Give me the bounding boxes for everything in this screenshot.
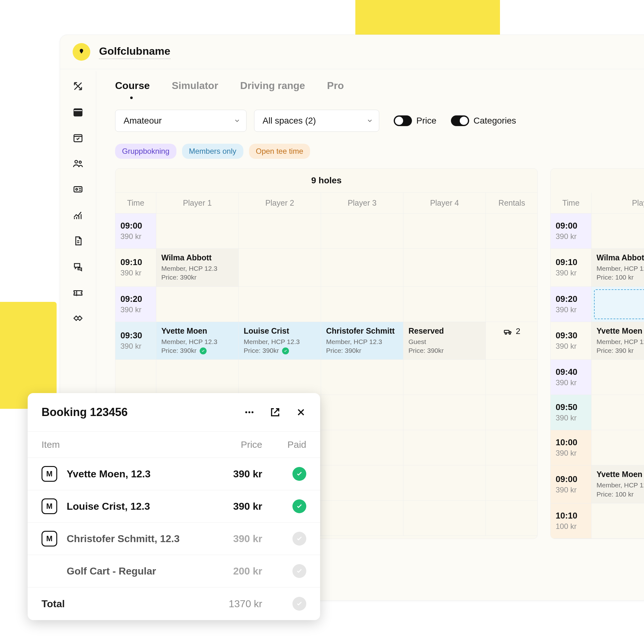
svg-point-7 [505, 333, 507, 334]
player-slot[interactable]: Yvette Moen Member, HCP 12.Price: 100 kr [591, 465, 644, 503]
level-select[interactable]: Amateour [115, 110, 247, 132]
booking-item-row[interactable]: M Yvette Moen, 12.3 390 kr [28, 458, 320, 490]
time-cell[interactable]: 09:50390 kr [551, 395, 591, 430]
player-slot[interactable]: Wilma Abbott Member, HCP 12.3Price: 390k… [156, 249, 239, 287]
time-cell[interactable]: 10:10100 kr [551, 503, 591, 539]
empty-slot[interactable] [239, 214, 321, 249]
empty-slot [239, 360, 321, 395]
handshake-icon[interactable] [72, 313, 84, 324]
player-name: Reserved [408, 326, 480, 336]
chip-open-tee[interactable]: Open tee time [249, 144, 310, 159]
empty-slot[interactable] [591, 360, 644, 395]
time-cell[interactable]: 09:00390 kr [115, 214, 156, 249]
player-slot[interactable]: Yvette Moen Member, HCP 12.3Price: 390kr [156, 322, 239, 360]
empty-slot[interactable] [591, 503, 644, 539]
header-p1: Player 1 [591, 193, 644, 214]
booking-item-row[interactable]: M Golf Cart - Regular 200 kr [28, 555, 320, 587]
tab-pro[interactable]: Pro [327, 80, 344, 93]
schedule-icon[interactable] [72, 132, 84, 143]
empty-slot[interactable] [321, 249, 403, 287]
rentals-cell[interactable] [486, 249, 538, 287]
time-cell[interactable]: 10:00390 kr [551, 430, 591, 465]
id-card-icon[interactable] [72, 184, 84, 195]
app-header: Golfclubname [60, 35, 644, 69]
tab-course[interactable]: Course [115, 80, 150, 93]
categories-toggle[interactable] [451, 115, 469, 126]
booking-item-name: Yvette Moen, 12.3 [67, 468, 206, 480]
header-time: Time [115, 193, 156, 214]
booking-title: Booking 123456 [42, 406, 128, 419]
tab-simulator[interactable]: Simulator [172, 80, 218, 93]
close-icon[interactable] [296, 407, 306, 418]
booking-popup: Booking 123456 Item Price Paid M Yvette … [28, 393, 320, 620]
price-toggle[interactable] [394, 115, 412, 126]
empty-slot[interactable] [591, 214, 644, 249]
time-cell[interactable]: 09:10390 kr [115, 249, 156, 287]
ticket-icon[interactable] [72, 287, 84, 298]
more-icon[interactable] [244, 407, 255, 418]
time-cell[interactable]: 09:10390 kr [551, 249, 591, 287]
paid-indicator[interactable] [292, 467, 306, 481]
svg-point-11 [252, 411, 253, 413]
expand-icon[interactable] [72, 81, 84, 92]
player-slot[interactable]: Christofer Schmitt Member, HCP 12.3Price… [321, 322, 403, 360]
player-slot[interactable]: Reserved GuestPrice: 390kr [403, 322, 486, 360]
booking-item-row[interactable]: M Louise Crist, 12.3 390 kr [28, 490, 320, 523]
time-cell[interactable]: 09:30390 kr [115, 322, 156, 360]
paid-indicator[interactable] [292, 564, 306, 578]
rentals-cell[interactable]: 2 [486, 322, 538, 360]
analytics-icon[interactable] [72, 209, 84, 221]
empty-slot[interactable] [239, 287, 321, 322]
player-slot[interactable]: Louise Crist Member, HCP 12.3Price: 390k… [239, 322, 321, 360]
schedule-board-side: . TimePlayer 109:00390 kr09:10390 kr Wil… [550, 168, 644, 539]
svg-rect-6 [504, 330, 509, 333]
player-name: Louise Crist [244, 326, 316, 336]
app-logo [73, 43, 90, 61]
board-title: 9 holes [115, 169, 537, 193]
club-name[interactable]: Golfclubname [99, 45, 170, 59]
player-slot[interactable]: Yvette Moen Member, HCP 12.Price: 390 kr [591, 322, 644, 360]
empty-slot[interactable] [403, 249, 486, 287]
categories-toggle-label: Categories [474, 116, 516, 126]
time-cell[interactable]: 09:20390 kr [551, 287, 591, 322]
empty-slot[interactable] [591, 430, 644, 465]
empty-slot [321, 430, 403, 465]
header-time: Time [551, 193, 591, 214]
player-name: Yvette Moen [597, 470, 644, 479]
player-slot[interactable]: Wilma Abbott Member, HCP 12.Price: 100 k… [591, 249, 644, 287]
tab-driving-range[interactable]: Driving range [240, 80, 305, 93]
empty-slot[interactable] [156, 287, 239, 322]
empty-slot[interactable] [403, 214, 486, 249]
empty-slot[interactable] [239, 249, 321, 287]
rentals-cell[interactable] [486, 287, 538, 322]
empty-slot[interactable] [403, 287, 486, 322]
paid-indicator[interactable] [292, 499, 306, 513]
booking-item-row[interactable]: M Christofer Schmitt, 12.3 390 kr [28, 523, 320, 555]
empty-slot[interactable] [156, 214, 239, 249]
tab-indicator [130, 97, 133, 99]
time-cell[interactable]: 09:00390 kr [551, 214, 591, 249]
empty-slot[interactable] [591, 395, 644, 430]
time-cell[interactable]: 09:30390 kr [551, 322, 591, 360]
empty-slot[interactable] [321, 287, 403, 322]
users-icon[interactable] [72, 158, 84, 169]
time-cell[interactable]: 09:00390 kr [551, 465, 591, 503]
booking-item-price: 390 kr [206, 501, 262, 512]
pending-slot[interactable]: ✕ [591, 287, 644, 322]
chip-group-booking[interactable]: Gruppbokning [115, 144, 176, 159]
spaces-select[interactable]: All spaces (2) [254, 110, 379, 132]
svg-point-5 [76, 188, 78, 190]
empty-slot [403, 430, 486, 465]
chat-icon[interactable] [72, 261, 84, 272]
time-cell[interactable]: 09:20390 kr [115, 287, 156, 322]
document-icon[interactable] [72, 235, 84, 247]
chip-members-only[interactable]: Members only [182, 144, 243, 159]
time-cell[interactable]: 09:40390 kr [551, 360, 591, 395]
empty-slot[interactable] [321, 214, 403, 249]
open-external-icon[interactable] [270, 407, 280, 418]
rentals-cell[interactable] [486, 214, 538, 249]
svg-rect-1 [74, 135, 82, 142]
calendar-icon[interactable] [72, 106, 84, 118]
paid-indicator[interactable] [292, 532, 306, 546]
empty-slot [321, 360, 403, 395]
